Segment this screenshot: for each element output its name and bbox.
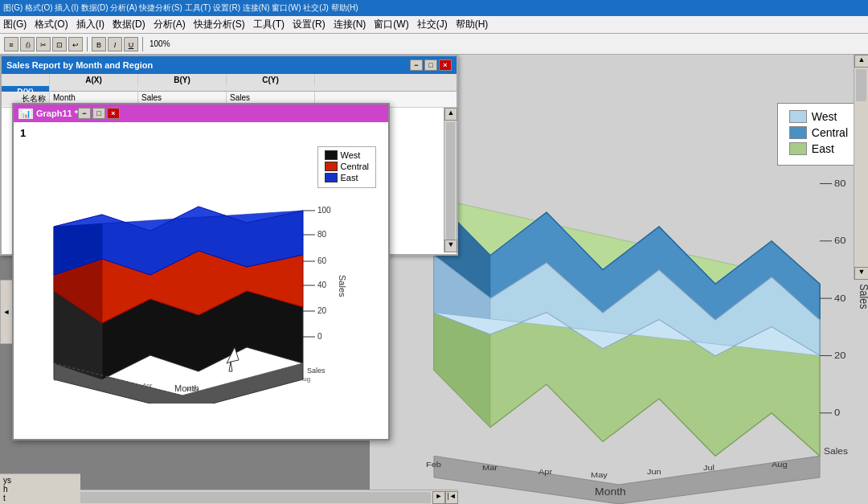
svg-text:80: 80 — [834, 178, 846, 189]
svg-text:Feb: Feb — [426, 460, 441, 468]
legend-main-label-west: West — [812, 110, 837, 123]
svg-text:Sales: Sales — [824, 447, 848, 456]
svg-text:Aug: Aug — [772, 460, 788, 468]
legend-item-east: East — [325, 173, 369, 182]
graph11-maximize[interactable]: □ — [92, 108, 105, 119]
hscroll-bar1[interactable]: |◄ — [445, 491, 458, 504]
legend-main-color-central — [789, 126, 807, 139]
legend-main-color-east — [789, 142, 807, 155]
legend-item-west: West — [325, 150, 369, 160]
menu-social[interactable]: 社交(J) — [417, 18, 448, 31]
menu-connect[interactable]: 连接(N) — [334, 18, 366, 31]
svg-text:Jul: Jul — [275, 379, 283, 386]
font-size: 100% — [149, 39, 170, 48]
menu-analysis[interactable]: 分析(A) — [154, 18, 186, 31]
svg-text:60: 60 — [834, 236, 846, 246]
svg-text:Apr: Apr — [538, 467, 553, 475]
status-left: ys h t — [0, 473, 80, 504]
svg-text:Mar: Mar — [98, 379, 109, 386]
scroll-thumb — [446, 122, 455, 241]
toolbar-icon-2[interactable]: ⎙ — [20, 37, 35, 51]
status-line2: h — [3, 485, 77, 494]
col-id-row: A(X) B(Y) C(Y) D(Y) — [2, 74, 457, 92]
menu-insert[interactable]: 插入(I) — [76, 18, 104, 31]
legend-label-east: East — [341, 173, 358, 182]
svg-text:Month: Month — [595, 486, 626, 498]
svg-text:Jul: Jul — [703, 464, 714, 472]
chart-small-svg: 100 80 60 40 20 0 Sales Month — [22, 130, 367, 404]
menu-bar: 图(G) 格式(O) 插入(I) 数据(D) 分析(A) 快捷分析(S) 工具(… — [0, 16, 868, 34]
graph11-close[interactable]: × — [107, 108, 120, 119]
toolbar-icon-6[interactable]: B — [92, 37, 106, 51]
left-tab[interactable]: ◄ — [0, 280, 13, 344]
menu-help[interactable]: 帮助(H) — [456, 18, 489, 31]
svg-text:40: 40 — [834, 293, 846, 303]
svg-text:May: May — [591, 471, 608, 479]
menu-graph[interactable]: 图(G) — [3, 18, 27, 31]
workspace: Sales Report by Month and Region − □ × A… — [0, 55, 868, 504]
main-scroll-down[interactable]: ▼ — [854, 267, 868, 280]
graph11-titlebar: 📊 Graph11 * − □ × — [14, 104, 388, 122]
legend-main-east: East — [789, 142, 848, 155]
legend-main-central: Central — [789, 126, 848, 139]
legend-small: West Central East — [317, 146, 376, 188]
spreadsheet-title: Sales Report by Month and Region — [6, 60, 410, 70]
scroll-down-arrow[interactable]: ▼ — [444, 240, 457, 252]
toolbar-icon-7[interactable]: I — [108, 37, 122, 51]
menu-tools[interactable]: 工具(T) — [253, 18, 285, 31]
menu-format[interactable]: 格式(O) — [35, 18, 68, 31]
svg-text:Jun: Jun — [647, 467, 661, 475]
col-id-cy: C(Y) — [227, 74, 315, 86]
toolbar-sep-2 — [142, 37, 143, 51]
svg-text:Sales: Sales — [338, 275, 347, 297]
spreadsheet-minimize[interactable]: − — [410, 59, 423, 71]
menu-quickanalysis[interactable]: 快捷分析(S) — [194, 18, 245, 31]
toolbar-icon-4[interactable]: ⊡ — [52, 37, 67, 51]
toolbar-icon-3[interactable]: ✂ — [36, 37, 51, 51]
svg-text:0: 0 — [834, 408, 840, 418]
graph11-title: Graph11 * — [36, 109, 78, 118]
legend-main-color-west — [789, 110, 807, 123]
toolbar-icon-1[interactable]: ≡ — [4, 37, 18, 51]
left-tab-label: ◄ — [2, 308, 10, 316]
graph11-minimize[interactable]: − — [78, 108, 91, 119]
main-scrollbar[interactable]: ▲ ▼ — [854, 55, 868, 280]
legend-label-west: West — [341, 150, 361, 160]
svg-text:Mar: Mar — [482, 464, 497, 472]
svg-text:60: 60 — [317, 256, 327, 265]
graph11-controls[interactable]: − □ × — [78, 108, 120, 119]
svg-text:80: 80 — [317, 230, 327, 239]
legend-color-west — [325, 150, 338, 160]
spreadsheet-close[interactable]: × — [439, 59, 452, 71]
menu-settings[interactable]: 设置(R) — [293, 18, 326, 31]
scrollbar-v[interactable]: ▲ ▼ — [444, 108, 457, 252]
status-line3: t — [3, 494, 77, 502]
menu-window[interactable]: 窗口(W) — [374, 18, 408, 31]
legend-main-west: West — [789, 110, 848, 123]
toolbar-1: ≡ ⎙ ✂ ⊡ ↩ B I U 100% — [0, 34, 868, 55]
scroll-up-arrow[interactable]: ▲ — [444, 108, 457, 121]
col-id-empty — [2, 74, 50, 86]
svg-text:Feb: Feb — [54, 375, 65, 383]
spreadsheet-controls[interactable]: − □ × — [410, 59, 452, 71]
svg-text:40: 40 — [317, 281, 327, 289]
toolbar-icon-5[interactable]: ↩ — [68, 37, 83, 51]
menu-data[interactable]: 数据(D) — [113, 18, 145, 31]
main-scroll-up[interactable]: ▲ — [854, 55, 868, 68]
toolbar-sep-1 — [87, 37, 88, 51]
svg-text:0: 0 — [317, 332, 322, 341]
svg-text:Jun: Jun — [231, 382, 241, 389]
legend-main-label-east: East — [812, 142, 834, 155]
hscroll-right[interactable]: ► — [432, 491, 445, 504]
legend-label-central: Central — [341, 162, 369, 171]
graph-icon: 📊 — [18, 109, 33, 119]
svg-text:Apr: Apr — [142, 382, 153, 389]
svg-text:May: May — [186, 385, 199, 392]
col-id-by: B(Y) — [138, 74, 227, 86]
svg-text:20: 20 — [317, 306, 327, 315]
spreadsheet-maximize[interactable]: □ — [424, 59, 437, 71]
legend-main: West Central East — [777, 103, 860, 166]
toolbar-icon-8[interactable]: U — [124, 37, 138, 51]
legend-main-label-central: Central — [812, 126, 848, 139]
main-scroll-thumb — [856, 69, 866, 101]
